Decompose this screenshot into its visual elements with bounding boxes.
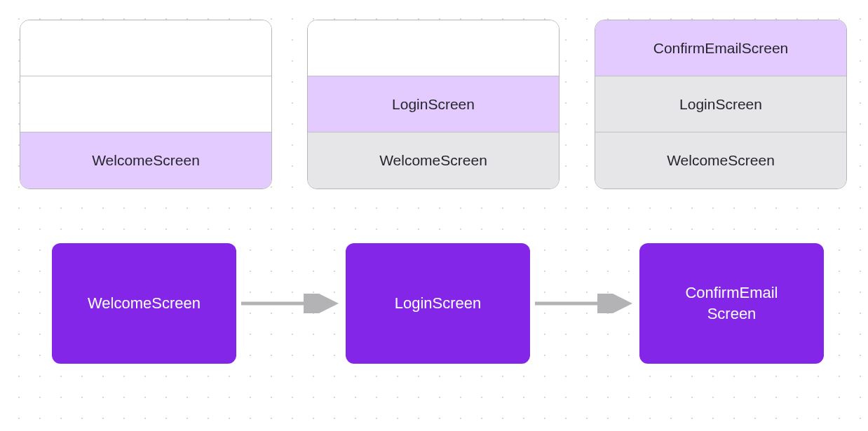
flow-row: WelcomeScreen LoginScreen ConfirmEmailSc… [0, 243, 868, 364]
stack-cell-welcome: WelcomeScreen [308, 132, 559, 189]
arrow-icon [532, 294, 637, 313]
flow-node-confirm-email: ConfirmEmailScreen [639, 243, 824, 364]
flow-node-login: LoginScreen [346, 243, 530, 364]
stack-cell-confirm-email: ConfirmEmailScreen [595, 20, 846, 76]
stack-3: ConfirmEmailScreen LoginScreen WelcomeSc… [595, 20, 847, 189]
stack-2: LoginScreen WelcomeScreen [307, 20, 560, 189]
flow-node-welcome: WelcomeScreen [52, 243, 236, 364]
stack-cell-empty [20, 76, 271, 132]
stack-1: WelcomeScreen [20, 20, 272, 189]
stack-cell-empty [20, 20, 271, 76]
stack-cell-welcome: WelcomeScreen [20, 132, 271, 189]
stack-cell-welcome: WelcomeScreen [595, 132, 846, 189]
stack-cell-login: LoginScreen [595, 76, 846, 132]
arrow-icon [238, 294, 344, 313]
stacks-row: WelcomeScreen LoginScreen WelcomeScreen … [0, 20, 868, 189]
stack-cell-empty [308, 20, 559, 76]
stack-cell-login: LoginScreen [308, 76, 559, 132]
